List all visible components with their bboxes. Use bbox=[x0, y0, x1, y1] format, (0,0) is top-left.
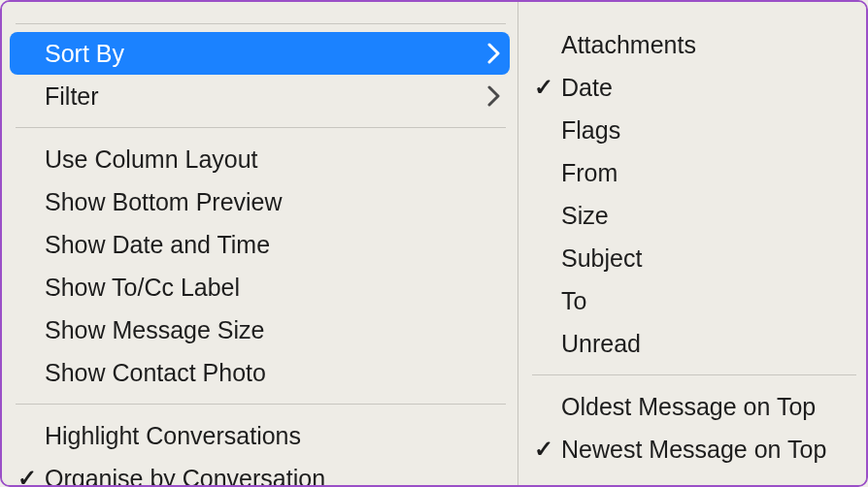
menu-item-show-bottom-preview[interactable]: Show Bottom Preview bbox=[2, 180, 517, 223]
sort-option-flags[interactable]: Flags bbox=[518, 109, 868, 151]
sort-option-subject[interactable]: Subject bbox=[518, 237, 868, 279]
sort-order-newest-on-top[interactable]: ✓ Newest Message on Top bbox=[518, 428, 868, 471]
chevron-right-icon bbox=[487, 43, 500, 64]
menu-item-label: Attachments bbox=[561, 31, 852, 59]
menu-item-organise-by-conversation[interactable]: ✓ Organise by Conversation bbox=[2, 457, 517, 487]
menu-item-label: To bbox=[561, 287, 852, 315]
sort-option-date[interactable]: ✓ Date bbox=[518, 66, 868, 109]
sort-option-from[interactable]: From bbox=[518, 151, 868, 194]
menu-item-label: Filter bbox=[45, 82, 487, 111]
sort-option-to[interactable]: To bbox=[518, 279, 868, 322]
menu-item-label: Show Bottom Preview bbox=[45, 188, 500, 216]
menu-item-label: Organise by Conversation bbox=[45, 465, 500, 488]
menu-item-label: Show Contact Photo bbox=[45, 359, 500, 387]
menu-item-highlight-conversations[interactable]: Highlight Conversations bbox=[2, 414, 517, 457]
menu-item-sort-by[interactable]: Sort By bbox=[10, 32, 510, 75]
sort-option-attachments[interactable]: Attachments bbox=[518, 23, 868, 66]
menu-separator bbox=[16, 23, 506, 24]
sort-by-submenu-panel: Attachments ✓ Date Flags From Size Subje… bbox=[518, 2, 868, 485]
menu-separator bbox=[16, 404, 506, 405]
sort-option-unread[interactable]: Unread bbox=[518, 322, 868, 365]
menu-item-show-date-and-time[interactable]: Show Date and Time bbox=[2, 223, 517, 266]
menu-item-label: Size bbox=[561, 202, 852, 230]
menu-item-label: Highlight Conversations bbox=[45, 422, 500, 450]
menu-item-label: Show Date and Time bbox=[45, 231, 500, 259]
check-icon: ✓ bbox=[532, 436, 555, 463]
menu-item-label: Sort By bbox=[45, 40, 487, 68]
menu-item-label: Newest Message on Top bbox=[561, 436, 852, 464]
menu-item-show-to-cc-label[interactable]: Show To/Cc Label bbox=[2, 266, 517, 308]
menu-item-filter[interactable]: Filter bbox=[2, 75, 517, 117]
menu-item-use-column-layout[interactable]: Use Column Layout bbox=[2, 138, 517, 180]
menu-item-label: Flags bbox=[561, 116, 852, 145]
menu-item-show-message-size[interactable]: Show Message Size bbox=[2, 308, 517, 351]
menu-item-label: Show To/Cc Label bbox=[45, 274, 500, 302]
chevron-right-icon bbox=[487, 85, 500, 107]
menu-item-label: From bbox=[561, 159, 852, 187]
menu-item-label: Subject bbox=[561, 244, 852, 273]
check-icon: ✓ bbox=[16, 465, 39, 487]
check-icon: ✓ bbox=[532, 74, 555, 101]
menu-item-label: Oldest Message on Top bbox=[561, 393, 852, 421]
sort-order-oldest-on-top[interactable]: Oldest Message on Top bbox=[518, 385, 868, 428]
menu-separator bbox=[16, 127, 506, 128]
menu-item-label: Show Message Size bbox=[45, 316, 500, 344]
menu-item-label: Use Column Layout bbox=[45, 146, 500, 174]
menu-separator bbox=[532, 374, 856, 375]
view-menu-panel: Sort By Filter Use Column Layout Show Bo… bbox=[2, 2, 518, 485]
menu-item-show-contact-photo[interactable]: Show Contact Photo bbox=[2, 351, 517, 394]
sort-option-size[interactable]: Size bbox=[518, 194, 868, 237]
menu-item-label: Unread bbox=[561, 330, 852, 358]
menu-item-label: Date bbox=[561, 74, 852, 102]
